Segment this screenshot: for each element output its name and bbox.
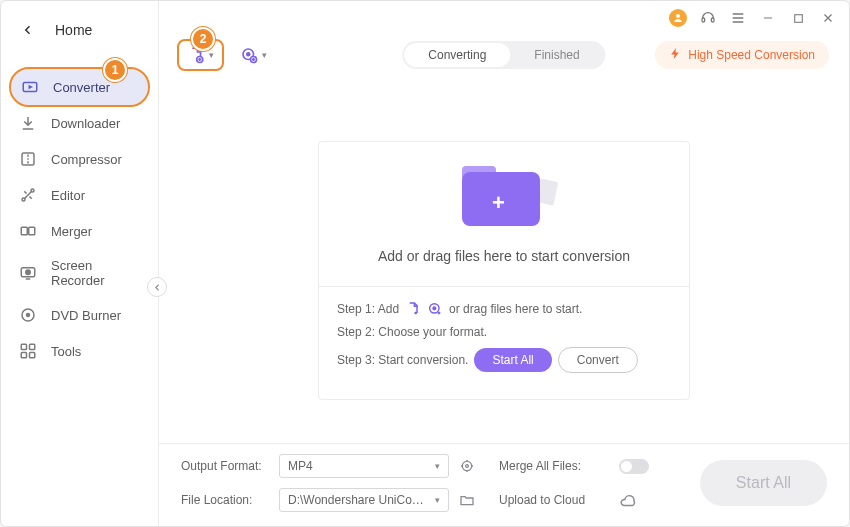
sidebar-item-label: Editor — [51, 188, 85, 203]
tools-icon — [19, 342, 37, 360]
sidebar-item-label: Merger — [51, 224, 92, 239]
svg-marker-1 — [29, 85, 34, 90]
sidebar-item-label: DVD Burner — [51, 308, 121, 323]
screen-recorder-icon — [19, 264, 37, 282]
sidebar-item-label: Downloader — [51, 116, 120, 131]
step-1: Step 1: Add or drag files here to start. — [337, 301, 671, 317]
tab-converting[interactable]: Converting — [404, 43, 510, 67]
svg-point-3 — [22, 198, 25, 201]
toolbar: ▾ 2 ▾ Converting Finished High Speed Con… — [159, 35, 849, 83]
output-format-value: MP4 — [288, 459, 313, 473]
close-button[interactable] — [819, 9, 837, 27]
drop-zone-text: Add or drag files here to start conversi… — [319, 248, 689, 264]
svg-rect-12 — [30, 344, 35, 349]
step-2: Step 2: Choose your format. — [337, 325, 671, 339]
output-format-label: Output Format: — [181, 459, 269, 473]
sidebar-item-label: Compressor — [51, 152, 122, 167]
account-avatar-icon[interactable] — [669, 9, 687, 27]
home-nav[interactable]: Home — [1, 13, 158, 47]
maximize-button[interactable] — [789, 9, 807, 27]
svg-point-4 — [31, 189, 34, 192]
convert-mini-button[interactable]: Convert — [558, 347, 638, 373]
sidebar-item-editor[interactable]: Editor — [1, 177, 158, 213]
chevron-down-icon: ▾ — [209, 50, 214, 60]
lightning-icon — [669, 47, 682, 63]
upload-cloud-label: Upload to Cloud — [499, 493, 609, 507]
drop-card: + Add or drag files here to start conver… — [318, 141, 690, 400]
downloader-icon — [19, 114, 37, 132]
sidebar-item-downloader[interactable]: Downloader — [1, 105, 158, 141]
svg-point-15 — [676, 14, 680, 18]
svg-point-26 — [466, 465, 469, 468]
svg-point-8 — [26, 270, 31, 275]
cloud-icon[interactable] — [619, 492, 635, 508]
svg-rect-18 — [794, 14, 802, 22]
svg-point-21 — [247, 53, 250, 56]
sidebar-item-merger[interactable]: Merger — [1, 213, 158, 249]
output-format-select[interactable]: MP4 ▾ — [279, 454, 449, 478]
editor-icon — [19, 186, 37, 204]
chevron-down-icon: ▾ — [435, 495, 440, 505]
add-file-mini-icon[interactable] — [405, 301, 421, 317]
sidebar-item-compressor[interactable]: Compressor — [1, 141, 158, 177]
tab-finished[interactable]: Finished — [510, 43, 603, 67]
sidebar-item-screen-recorder[interactable]: Screen Recorder — [1, 249, 158, 297]
status-segmented: Converting Finished — [402, 41, 605, 69]
merger-icon — [19, 222, 37, 240]
content-area: + Add or drag files here to start conver… — [159, 83, 849, 443]
svg-rect-13 — [21, 353, 26, 358]
start-all-button[interactable]: Start All — [700, 460, 827, 506]
bottom-bar: Output Format: MP4 ▾ Merge All Files: St… — [159, 443, 849, 526]
callout-badge-2: 2 — [191, 27, 215, 51]
sidebar-item-label: Converter — [53, 80, 110, 95]
svg-rect-11 — [21, 344, 26, 349]
add-disc-mini-icon[interactable] — [427, 301, 443, 317]
main-area: ▾ 2 ▾ Converting Finished High Speed Con… — [159, 1, 849, 526]
dvd-burner-icon — [19, 306, 37, 324]
file-location-label: File Location: — [181, 493, 269, 507]
steps-panel: Step 1: Add or drag files here to start.… — [319, 286, 689, 399]
svg-rect-16 — [702, 18, 705, 22]
sidebar-item-label: Tools — [51, 344, 81, 359]
app-window: Home Converter 1 Downloader Compres — [0, 0, 850, 527]
merge-label: Merge All Files: — [499, 459, 609, 473]
chevron-down-icon: ▾ — [435, 461, 440, 471]
high-speed-label: High Speed Conversion — [688, 48, 815, 62]
svg-rect-14 — [30, 353, 35, 358]
add-disc-icon — [240, 46, 258, 64]
step-3: Step 3: Start conversion. Start All Conv… — [337, 347, 671, 373]
file-location-select[interactable]: D:\Wondershare UniConverter 1 ▾ — [279, 488, 449, 512]
high-speed-badge[interactable]: High Speed Conversion — [655, 41, 829, 69]
step3-text: Step 3: Start conversion. — [337, 353, 468, 367]
format-settings-icon[interactable] — [459, 458, 475, 474]
sidebar-item-tools[interactable]: Tools — [1, 333, 158, 369]
svg-rect-17 — [711, 18, 714, 22]
callout-badge-1: 1 — [103, 58, 127, 82]
converter-icon — [21, 78, 39, 96]
svg-rect-5 — [21, 227, 27, 235]
file-location-value: D:\Wondershare UniConverter 1 — [288, 493, 428, 507]
svg-point-25 — [462, 461, 471, 470]
back-icon — [19, 21, 37, 39]
support-icon[interactable] — [699, 9, 717, 27]
svg-point-24 — [433, 307, 436, 310]
title-bar — [159, 1, 849, 35]
sidebar: Home Converter 1 Downloader Compres — [1, 1, 159, 526]
open-folder-icon[interactable] — [459, 492, 475, 508]
folder-illustration: + — [462, 166, 546, 230]
step1-pre: Step 1: Add — [337, 302, 399, 316]
svg-point-10 — [27, 314, 30, 317]
drop-zone[interactable]: + Add or drag files here to start conver… — [319, 142, 689, 286]
add-url-button[interactable]: ▾ — [232, 41, 275, 69]
chevron-down-icon: ▾ — [262, 50, 267, 60]
home-label: Home — [55, 22, 92, 38]
merge-toggle[interactable] — [619, 459, 649, 474]
start-all-mini-button[interactable]: Start All — [474, 348, 551, 372]
sidebar-item-converter[interactable]: Converter 1 — [11, 69, 148, 105]
sidebar-item-label: Screen Recorder — [51, 258, 140, 288]
sidebar-item-dvd-burner[interactable]: DVD Burner — [1, 297, 158, 333]
compressor-icon — [19, 150, 37, 168]
minimize-button[interactable] — [759, 9, 777, 27]
add-file-button[interactable]: ▾ 2 — [179, 41, 222, 69]
menu-icon[interactable] — [729, 9, 747, 27]
